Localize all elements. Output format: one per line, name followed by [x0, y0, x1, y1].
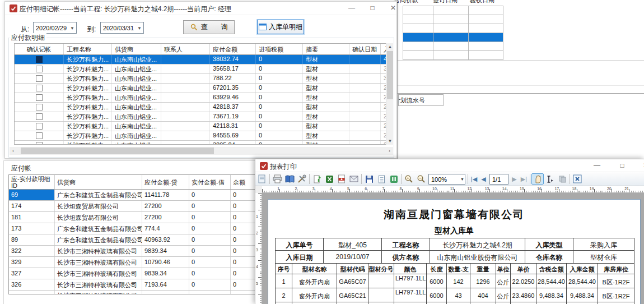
column-header[interactable]: 联系人 [161, 44, 210, 54]
column-header[interactable]: 余额 [231, 175, 256, 189]
minimize-button[interactable]: — [589, 160, 605, 171]
close-button[interactable]: ✕ [385, 3, 402, 13]
cell-confirm-date [349, 141, 381, 145]
table-row[interactable]: 长沙万科魅力... 山东南山铝业... 94555.69 0 型材 251 [15, 131, 392, 141]
table-row[interactable]: 326 长沙市三湘特种玻璃有限公司 7193.64 0 0 [9, 279, 256, 291]
confirm-checkbox[interactable] [36, 66, 43, 72]
close-preview-icon[interactable] [571, 173, 584, 185]
column-header[interactable]: 应-实付款明细ID [9, 175, 55, 189]
excel-export-icon[interactable] [323, 173, 335, 185]
column-header[interactable]: 确认日期 [349, 44, 381, 54]
confirm-checkbox[interactable] [36, 85, 43, 91]
save-icon[interactable] [363, 173, 375, 185]
table-row[interactable]: 长沙万科魅力... 山东南山铝业... 38032.74 0 型材 405 [15, 55, 392, 65]
print-icon[interactable] [271, 173, 283, 185]
confirm-checkbox[interactable] [36, 104, 43, 110]
table-row[interactable]: 长沙万科魅力... 山东南山铝业... 35658.17 0 型材 376 [15, 65, 392, 74]
preview-page-area[interactable]: 湖南亘晟门窗幕墙有限公司 型材入库单 入库单号型材_405工程名称长沙万科魅力之… [262, 193, 644, 304]
table-row[interactable]: 长沙万科魅力... 山东南山铝业... 42118.31 0 型材 265 [15, 122, 392, 131]
table-row[interactable] [403, 15, 503, 24]
table-row[interactable] [403, 50, 503, 59]
titlebar[interactable]: 报表打印 — □ ✕ [255, 159, 644, 173]
table-row[interactable]: 长沙万科魅力... 山东南山铝业... 788.22 0 型材 358 [15, 74, 392, 84]
detail-column-header: 型材分号 [368, 264, 394, 274]
text-select-icon[interactable] [544, 173, 556, 185]
table-row[interactable]: 89 广东合和建筑五金制品有限公司 40963.92 0 0 [9, 234, 256, 246]
confirm-checkbox[interactable] [36, 142, 43, 145]
export-icon[interactable] [311, 173, 323, 185]
table-row[interactable]: 长沙万科魅力... 山东南山铝业... 42818.37 0 型材 275 [15, 103, 392, 112]
detail-column-header: 长度 [427, 264, 447, 274]
scrollbar-thumb[interactable] [21, 148, 214, 154]
table-row[interactable]: 174 长沙坦森贸易有限公司 27200 0 0 [9, 201, 256, 212]
scroll-down-icon[interactable]: ▼ [386, 137, 394, 145]
scroll-right-icon[interactable]: › [386, 147, 393, 155]
table-row[interactable]: 181 长沙坦森贸易有限公司 27200 0 0 [9, 212, 256, 223]
copy-icon[interactable] [556, 173, 568, 185]
next-page-button[interactable]: ▶ [510, 176, 519, 183]
last-page-button[interactable]: ▶| [519, 176, 529, 183]
archive-icon[interactable] [388, 173, 400, 185]
single-page-icon[interactable] [375, 173, 388, 185]
maximize-button[interactable]: □ [364, 3, 381, 13]
table-row[interactable]: 322 长沙市三湘特种玻璃有限公司 9839.34 0 0 [9, 246, 256, 257]
column-header[interactable]: 供货商 [55, 175, 142, 189]
pdf-export-icon[interactable] [335, 173, 348, 185]
mail-icon[interactable] [348, 173, 360, 185]
confirm-checkbox[interactable] [36, 75, 43, 82]
divider [309, 174, 310, 184]
table-row[interactable]: 69 广东合和建筑五金制品有限公司 11411.78 0 0 [9, 190, 256, 201]
confirm-checkbox[interactable] [36, 94, 43, 101]
column-header[interactable]: 应付金额-贷 [142, 175, 189, 189]
table-row[interactable]: 长沙万科魅力... 山东南山铝业... 63929.46 0 型材 276 [15, 93, 392, 103]
confirm-checkbox[interactable] [36, 132, 43, 139]
table-row[interactable]: 173 广东合和建筑五金制品有限公司 774.4 0 0 [9, 223, 256, 234]
minimize-button[interactable]: — [343, 3, 360, 13]
table-row[interactable]: 长沙万科魅力... 山东南山铝业... 67201.35 0 型材 283 [15, 84, 392, 93]
info-label: 仓库名称 [525, 251, 573, 263]
confirm-checkbox[interactable] [36, 113, 43, 120]
column-header[interactable]: 应付金额 [210, 44, 256, 54]
column-header[interactable]: 摘要 [303, 44, 349, 54]
table-row[interactable]: 长沙市三湘特种玻璃有限公司 [9, 291, 256, 294]
table-row[interactable] [403, 33, 503, 42]
confirm-checkbox[interactable] [36, 123, 43, 130]
zoom-out-icon[interactable] [415, 173, 427, 185]
table-row[interactable] [403, 24, 503, 33]
prev-page-button[interactable]: ◀ [479, 176, 488, 183]
divider [398, 85, 644, 86]
inbound-detail-button[interactable]: 入库单明细 [257, 20, 304, 34]
column-header[interactable]: 工程名称 [64, 44, 112, 54]
first-page-button[interactable]: |◀ [469, 176, 479, 183]
table-row[interactable]: 327 长沙市三湘特种玻璃有限公司 9839.34 0 0 [9, 268, 256, 279]
cell-price: 23.4860 [511, 288, 536, 302]
plan-serial-field[interactable]: 计划流水号 [398, 94, 444, 106]
column-header[interactable]: 实付金额-借 [189, 175, 231, 189]
column-header[interactable]: 供货商 [112, 44, 161, 54]
horizontal-scrollbar[interactable]: ‹ › [10, 147, 393, 155]
page-setup-icon[interactable] [256, 173, 268, 185]
scrollbar-thumb[interactable] [387, 51, 393, 99]
table-row[interactable] [403, 42, 503, 50]
maximize-button[interactable]: □ [614, 160, 631, 171]
scroll-left-icon[interactable]: ‹ [10, 147, 17, 155]
cell-project: 长沙万科魅力 [64, 141, 112, 145]
close-button[interactable]: ✕ [637, 160, 644, 171]
scroll-up-icon[interactable]: ▲ [386, 43, 394, 50]
table-row[interactable]: 长沙万科魅力 山东南山铝业 3895.84 0 型材 250 [15, 141, 392, 145]
table-row[interactable]: 329 长沙市三湘特种玻璃有限公司 10790.46 0 0 [9, 257, 256, 268]
table-row[interactable] [403, 6, 503, 15]
zoom-in-icon[interactable] [403, 173, 415, 185]
page-number-input[interactable] [489, 174, 508, 185]
column-header[interactable]: 确认记帐 [15, 44, 64, 54]
query-button[interactable]: 查 询 [183, 20, 235, 34]
design-tools-icon[interactable] [296, 173, 308, 185]
payable-detail-table: 确认记帐工程名称供货商联系人应付金额进项税额摘要确认日期入库 长沙万科魅力...… [14, 43, 393, 145]
confirm-checkbox[interactable] [36, 56, 43, 63]
hand-tool-icon[interactable] [531, 173, 544, 185]
vertical-scrollbar[interactable]: ▲ ▼ [386, 43, 393, 145]
table-row[interactable]: 长沙万科魅力... 山东南山铝业... 73671.19 0 型材 266 [15, 112, 392, 122]
column-header[interactable]: 进项税额 [256, 44, 303, 54]
book-icon[interactable] [283, 173, 296, 185]
titlebar[interactable]: 应付明细记帐------当前工程: 长沙万科魅力之城4.2期------当前用户… [5, 2, 396, 15]
